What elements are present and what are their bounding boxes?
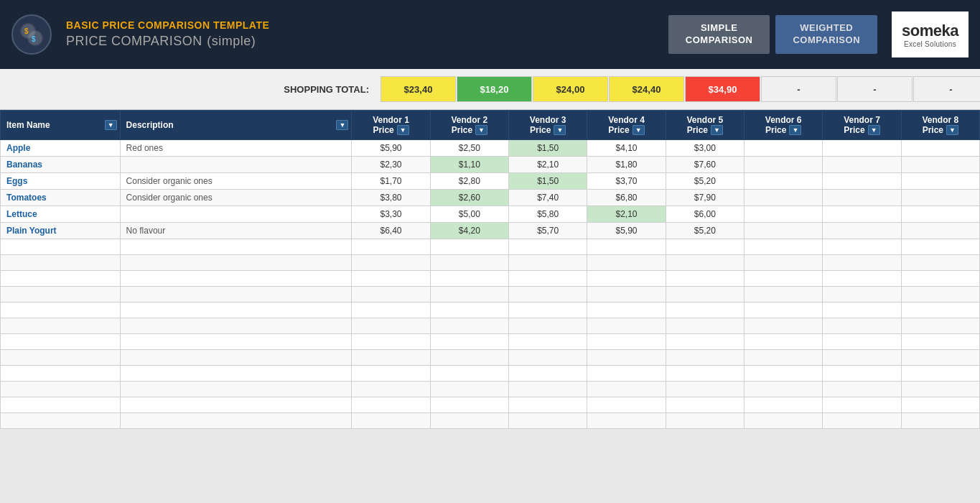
svg-text:$: $ [32,35,36,43]
price-cell-v3 [509,334,587,350]
price-cell-v2 [430,334,508,350]
vendor5-filter-button[interactable]: ▼ [711,125,723,135]
price-cell-v2: $2,50 [430,140,508,157]
price-cell-v3 [509,318,587,334]
price-cell-v2: $5,00 [430,206,508,223]
price-cell-v6 [745,157,823,173]
title-block: BASIC PRICE COMPARISON TEMPLATE PRICE CO… [66,19,654,50]
desc-cell: Consider organic ones [120,190,352,206]
table-row [1,318,980,334]
price-cell-v6 [745,140,823,157]
price-cell-v7 [823,287,901,303]
price-cell-v6 [745,287,823,303]
price-cell-v1: $6,40 [352,223,430,239]
price-cell-v6 [745,382,823,397]
table-row [1,303,980,318]
item-name-cell [1,334,121,350]
vendor1-filter-button[interactable]: ▼ [397,125,409,135]
price-cell-v2 [430,255,508,271]
desc-cell [120,350,352,366]
item-filter-button[interactable]: ▼ [105,120,117,130]
desc-cell [120,318,352,334]
price-cell-v7 [823,382,901,397]
table-row [1,350,980,366]
price-cell-v3: $2,10 [509,157,587,173]
total-cell-2: $18,20 [457,76,532,102]
price-cell-v6 [745,413,823,429]
table-row [1,239,980,255]
vendor7-header: Vendor 7 Price ▼ [823,111,901,140]
vendor1-header: Vendor 1 Price ▼ [352,111,430,140]
vendor4-filter-button[interactable]: ▼ [633,125,645,135]
price-cell-v8 [901,318,979,334]
desc-filter-button[interactable]: ▼ [336,120,348,130]
price-cell-v8 [901,382,979,397]
price-cell-v5 [666,397,744,413]
price-cell-v7 [823,140,901,157]
price-cell-v6 [745,271,823,287]
price-cell-v5 [666,318,744,334]
table-row [1,271,980,287]
price-cell-v7 [823,157,901,173]
item-name-cell: Plain Yogurt [1,223,121,239]
table-row: EggsConsider organic ones$1,70$2,80$1,50… [1,173,980,190]
vendor6-filter-button[interactable]: ▼ [789,125,801,135]
price-cell-v3: $5,70 [509,223,587,239]
price-cell-v1 [352,239,430,255]
table-row: Bananas$2,30$1,10$2,10$1,80$7,60 [1,157,980,173]
price-cell-v1: $3,30 [352,206,430,223]
price-cell-v2 [430,287,508,303]
price-cell-v5 [666,287,744,303]
price-cell-v8 [901,287,979,303]
svg-text:$: $ [24,27,29,35]
price-cell-v5: $6,00 [666,206,744,223]
price-cell-v2: $1,10 [430,157,508,173]
price-cell-v7 [823,190,901,206]
vendor7-filter-button[interactable]: ▼ [868,125,880,135]
total-cell-8: - [913,76,980,102]
table-container: Item Name ▼ Description ▼ Vendor 1 Price [0,110,980,429]
price-cell-v6 [745,255,823,271]
description-header: Description ▼ [120,111,352,140]
vendor3-filter-button[interactable]: ▼ [554,125,566,135]
item-name-cell [1,318,121,334]
desc-cell [120,255,352,271]
price-cell-v8 [901,366,979,382]
item-name-cell [1,303,121,318]
price-cell-v7 [823,397,901,413]
brand-logo: someka Excel Solutions [892,11,969,57]
vendor2-header: Vendor 2 Price ▼ [430,111,508,140]
table-row [1,382,980,397]
desc-cell [120,271,352,287]
item-name-cell [1,382,121,397]
weighted-comparison-button[interactable]: WEIGHTEDCOMPARISON [775,15,877,54]
price-cell-v7 [823,334,901,350]
vendor8-header: Vendor 8 Price ▼ [901,111,979,140]
price-cell-v5 [666,350,744,366]
price-cell-v4 [587,239,666,255]
table-row: AppleRed ones$5,90$2,50$1,50$4,10$3,00 [1,140,980,157]
price-cell-v7 [823,271,901,287]
desc-cell: Consider organic ones [120,173,352,190]
price-cell-v3: $7,40 [509,190,587,206]
price-cell-v1 [352,366,430,382]
total-cell-7: - [837,76,913,102]
price-cell-v2 [430,413,508,429]
price-cell-v1 [352,271,430,287]
table-row [1,287,980,303]
simple-comparison-button[interactable]: SIMPLECOMPARISON [668,15,770,54]
price-cell-v1 [352,397,430,413]
item-name-cell [1,413,121,429]
vendor8-filter-button[interactable]: ▼ [946,125,958,135]
price-cell-v4: $3,70 [587,173,666,190]
total-cell-1: $23,40 [381,76,456,102]
price-cell-v3 [509,366,587,382]
price-cell-v3 [509,287,587,303]
vendor2-filter-button[interactable]: ▼ [475,125,487,135]
title-bottom: PRICE COMPARISON (simple) [66,31,654,50]
price-cell-v8 [901,206,979,223]
desc-cell [120,157,352,173]
item-name-cell [1,350,121,366]
logo-icon: $ $ [11,14,52,55]
total-cell-4: $24,40 [609,76,684,102]
